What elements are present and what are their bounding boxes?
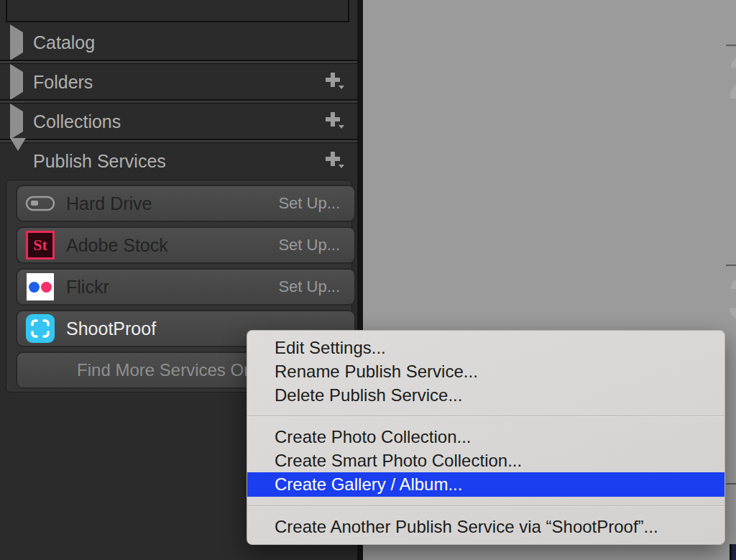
panel-header-label: Catalog	[33, 32, 95, 53]
menu-separator	[247, 505, 724, 506]
publish-service-flickr[interactable]: Flickr Set Up...	[16, 268, 356, 306]
photo-thumbnail-row3-left-sliver[interactable]	[730, 544, 736, 560]
previous-panel-bottom-box	[6, 0, 349, 22]
set-up-link[interactable]: Set Up...	[278, 194, 340, 213]
panel-header-label: Folders	[33, 72, 93, 93]
set-up-link[interactable]: Set Up...	[278, 277, 340, 296]
publish-service-adobe-stock[interactable]: St Adobe Stock Set Up...	[16, 226, 356, 264]
add-publish-service-icon[interactable]	[323, 149, 346, 173]
panel-header-label: Collections	[33, 111, 121, 132]
publish-service-hard-drive[interactable]: Hard Drive Set Up...	[16, 185, 356, 222]
panel-header-label: Publish Services	[33, 151, 166, 172]
set-up-link[interactable]: Set Up...	[278, 236, 340, 254]
menu-item-create-photo-collection[interactable]: Create Photo Collection...	[247, 425, 724, 449]
hard-drive-icon	[25, 188, 55, 219]
cell-number: 25	[728, 46, 736, 108]
service-name: Flickr	[66, 277, 109, 298]
disclosure-triangle-icon[interactable]	[10, 111, 32, 132]
shootproof-icon	[25, 313, 55, 344]
panel-header-folders[interactable]: Folders	[0, 64, 357, 100]
disclosure-triangle-icon[interactable]	[10, 151, 32, 172]
publish-service-context-menu: Edit Settings... Rename Publish Service.…	[247, 330, 725, 545]
adobe-stock-icon: St	[25, 230, 55, 260]
menu-item-create-gallery-album[interactable]: Create Gallery / Album...	[247, 472, 724, 497]
disclosure-triangle-icon[interactable]	[10, 32, 32, 53]
menu-item-edit-settings[interactable]: Edit Settings...	[247, 336, 724, 359]
add-folder-icon[interactable]	[323, 70, 346, 94]
panel-header-catalog[interactable]: Catalog	[0, 24, 357, 60]
menu-item-delete-publish-service[interactable]: Delete Publish Service...	[247, 383, 724, 407]
menu-item-create-smart-photo-collection[interactable]: Create Smart Photo Collection...	[247, 449, 724, 472]
lightroom-window: 25 26 37 38	[0, 0, 736, 560]
service-name: Adobe Stock	[66, 235, 168, 256]
add-collection-icon[interactable]	[323, 109, 346, 134]
panel-header-publish-services[interactable]: Publish Services	[0, 143, 357, 179]
menu-separator	[247, 416, 724, 416]
cell-number: 37	[728, 267, 736, 329]
menu-item-rename-publish-service[interactable]: Rename Publish Service...	[247, 359, 724, 383]
service-name: ShootProof	[66, 318, 156, 339]
flickr-icon	[25, 272, 55, 302]
menu-item-create-another-publish-service[interactable]: Create Another Publish Service via “Shoo…	[247, 515, 724, 538]
grid-horizontal-line-3	[726, 483, 736, 485]
service-name: Hard Drive	[66, 193, 152, 214]
panel-header-collections[interactable]: Collections	[0, 104, 357, 139]
disclosure-triangle-icon[interactable]	[10, 72, 32, 93]
